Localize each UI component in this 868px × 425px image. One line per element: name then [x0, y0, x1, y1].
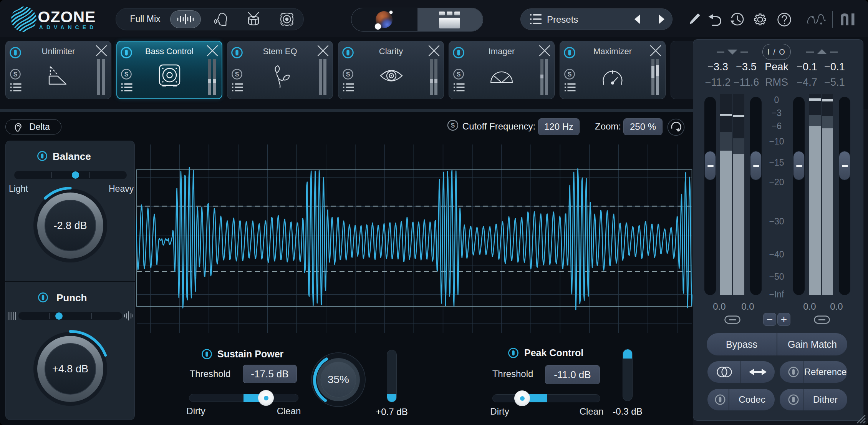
svg-text:35%: 35% [328, 374, 349, 385]
svg-text:S: S [13, 71, 18, 78]
svg-text:S: S [346, 71, 350, 78]
svg-text:S: S [451, 122, 455, 129]
svg-text:S: S [568, 71, 572, 78]
svg-text:S: S [124, 71, 129, 78]
svg-text:-2.8 dB: -2.8 dB [53, 220, 87, 231]
svg-text:+4.8 dB: +4.8 dB [52, 363, 88, 375]
svg-text:S: S [235, 71, 239, 78]
svg-text:S: S [457, 71, 461, 78]
